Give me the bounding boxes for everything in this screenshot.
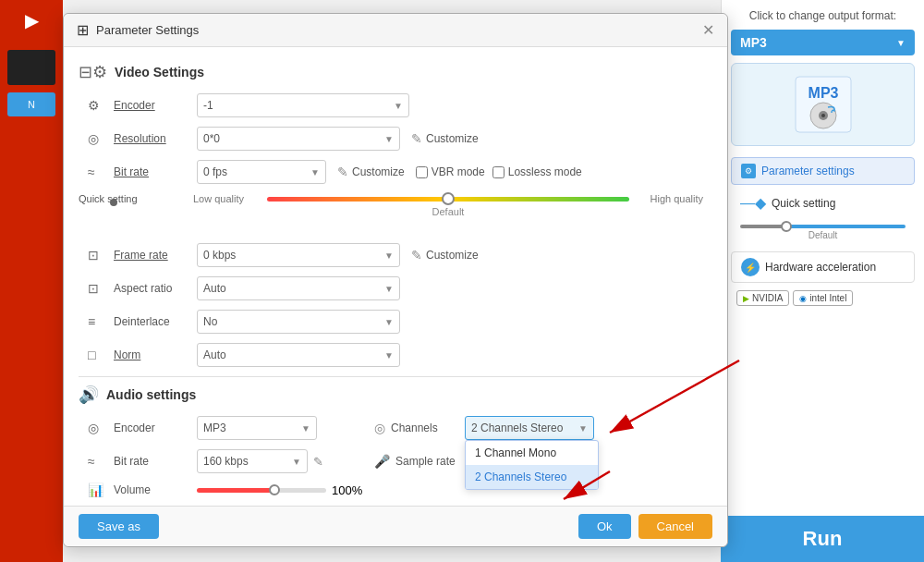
encoder-row: ⚙ Encoder -1 ▼ [79, 93, 712, 117]
aspect-ratio-icon: ⊡ [88, 281, 114, 296]
quick-setting-slider-track[interactable] [740, 225, 906, 228]
audio-encoder-value: MP3 [203, 422, 226, 434]
aspect-ratio-control: Auto ▼ [197, 276, 712, 300]
resolution-customize-btn[interactable]: ✎ Customize [407, 129, 482, 148]
nvidia-badge: ▶ NVIDIA [736, 290, 789, 306]
quality-track[interactable] [267, 197, 629, 202]
cancel-button[interactable]: Cancel [638, 514, 712, 539]
bitrate-label[interactable]: Bit rate [114, 165, 197, 178]
volume-thumb[interactable] [269, 484, 280, 495]
audio-bitrate-icon: ≈ [88, 454, 114, 469]
channels-value: 2 Channels Stereo [471, 422, 563, 434]
lossless-label: Lossless mode [508, 165, 582, 178]
encoder-icon: ⚙ [88, 98, 114, 113]
format-dropdown-arrow: ▼ [896, 38, 906, 48]
resolution-value: 0*0 [203, 132, 220, 145]
framerate-label[interactable]: Frame rate [114, 249, 197, 262]
slider-thumb[interactable] [781, 221, 792, 232]
channel-option-2[interactable]: 2 Channels Stereo [466, 465, 598, 489]
volume-track[interactable] [197, 488, 326, 493]
framerate-select[interactable]: 0 kbps ▼ [197, 243, 400, 267]
audio-bitrate-select[interactable]: 160 kbps ▼ [197, 449, 308, 473]
right-panel: Click to change output format: MP3 ▼ MP3… [721, 0, 924, 562]
svg-point-4 [821, 114, 825, 117]
encoder-select[interactable]: -1 ▼ [197, 93, 409, 117]
audio-encoder-select[interactable]: MP3 ▼ [197, 416, 317, 440]
volume-slider: 100% [197, 483, 362, 497]
quality-slider-section: Quick setting Low quality High quality D… [79, 193, 712, 243]
audio-channels-col: ◎ Channels 2 Channels Stereo ▼ 1 Channel… [374, 416, 712, 440]
framerate-customize-btn[interactable]: ✎ Customize [407, 246, 482, 264]
ok-button[interactable]: Ok [578, 514, 631, 539]
aspect-ratio-row: ⊡ Aspect ratio Auto ▼ [79, 276, 712, 300]
lossless-checkbox[interactable] [492, 166, 505, 178]
audio-encoder-channels-row: ◎ Encoder MP3 ▼ ◎ Channels 2 Channels St… [79, 416, 712, 440]
hw-accel-button[interactable]: ⚡ Hardware acceleration [731, 251, 915, 283]
deinterlace-value: No [203, 315, 217, 328]
deinterlace-select[interactable]: No ▼ [197, 310, 400, 334]
framerate-value: 0 kbps [203, 249, 236, 262]
volume-value: 100% [332, 483, 362, 497]
channel-option-1[interactable]: 1 Channel Mono [466, 441, 598, 465]
channels-label: Channels [391, 422, 465, 434]
resolution-label[interactable]: Resolution [114, 132, 197, 145]
bitrate-value: 0 fps [203, 165, 227, 178]
vbr-checkbox[interactable] [416, 166, 428, 178]
quick-setting-label: Quick setting [772, 197, 835, 210]
bitrate-row: ≈ Bit rate 0 fps ▼ ✎ Customize VBR mode … [79, 160, 712, 184]
video-settings-header: ⊟⚙ Video Settings [79, 62, 712, 82]
audio-encoder-label: Encoder [114, 422, 197, 434]
resolution-select[interactable]: 0*0 ▼ [197, 127, 400, 151]
audio-section-title: Audio settings [106, 387, 196, 402]
audio-bitrate-value: 160 kbps [203, 455, 249, 468]
quick-setting-icon: —◆ [740, 194, 766, 212]
slider-section: Default [731, 221, 915, 248]
norm-label[interactable]: Norm [114, 348, 197, 361]
encoder-label[interactable]: Encoder [114, 99, 197, 112]
deinterlace-label: Deinterlace [114, 315, 197, 328]
param-settings-btn[interactable]: ⚙ Parameter settings [731, 157, 915, 185]
audio-bitrate-label: Bit rate [114, 455, 197, 468]
resolution-customize-icon: ✎ [411, 131, 422, 146]
quality-thumb[interactable] [442, 192, 455, 205]
vbr-label: VBR mode [432, 165, 485, 178]
run-button[interactable]: Run [721, 516, 924, 562]
framerate-customize-icon: ✎ [411, 248, 422, 263]
audio-encoder-icon: ◎ [88, 421, 114, 435]
framerate-row: ⊡ Frame rate 0 kbps ▼ ✎ Customize [79, 243, 712, 267]
tab-indicator[interactable]: N [7, 92, 55, 116]
resolution-control: 0*0 ▼ ✎ Customize [197, 127, 712, 151]
bitrate-customize-icon: ✎ [337, 165, 348, 179]
aspect-ratio-value: Auto [203, 282, 226, 295]
audio-bitrate-edit-icon[interactable]: ✎ [313, 455, 323, 469]
norm-arrow: ▼ [384, 350, 394, 360]
deinterlace-icon: ≡ [88, 314, 114, 329]
vbr-checkbox-group: VBR mode [416, 165, 485, 178]
parameter-settings-dialog: ⊞ Parameter Settings ✕ ⊟⚙ Video Settings… [63, 13, 728, 547]
volume-icon: 📊 [88, 483, 114, 497]
footer-left: Save as [79, 514, 159, 539]
framerate-icon: ⊡ [88, 248, 114, 263]
video-section-title: Video Settings [115, 65, 204, 79]
dialog-titlebar: ⊞ Parameter Settings ✕ [64, 14, 727, 47]
lossless-checkbox-group: Lossless mode [492, 165, 582, 178]
norm-select[interactable]: Auto ▼ [197, 343, 400, 367]
mp3-format-icon: MP3 [791, 72, 856, 137]
norm-value: Auto [203, 348, 226, 361]
audio-encoder-arrow: ▼ [301, 423, 310, 434]
thumbnail-preview [7, 50, 55, 85]
aspect-ratio-select[interactable]: Auto ▼ [197, 276, 400, 300]
bitrate-control: 0 fps ▼ ✎ Customize VBR mode Lossless mo… [197, 160, 712, 184]
aspect-ratio-label: Aspect ratio [114, 282, 197, 295]
bitrate-customize-btn[interactable]: ✎ Customize [334, 163, 408, 181]
dialog-close-button[interactable]: ✕ [702, 23, 714, 38]
volume-col: 📊 Volume 100% [88, 483, 374, 497]
framerate-control: 0 kbps ▼ ✎ Customize [197, 243, 712, 267]
format-selector[interactable]: MP3 ▼ [731, 30, 915, 55]
save-as-button[interactable]: Save as [79, 514, 159, 539]
audio-bitrate-samplerate-row: ≈ Bit rate 160 kbps ▼ ✎ 🎤 Sample rate [79, 449, 712, 473]
quality-default-label: Default [193, 206, 703, 217]
mp3-icon-box: MP3 [731, 63, 915, 146]
channels-select[interactable]: 2 Channels Stereo ▼ [465, 416, 594, 440]
bitrate-select[interactable]: 0 fps ▼ [197, 160, 326, 184]
